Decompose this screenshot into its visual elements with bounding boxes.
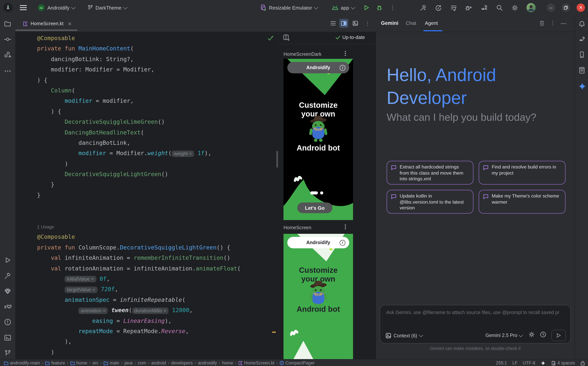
code-line[interactable]: DecorativeSquiggleLimeGreen()	[37, 117, 241, 127]
tab-close-icon[interactable]: ✕	[68, 21, 72, 27]
code-line[interactable]: )	[37, 347, 241, 358]
user-avatar[interactable]	[527, 0, 536, 15]
gemini-prompt-input[interactable]	[386, 309, 567, 316]
breadcrumb-item[interactable]: HomeScreen.kt	[238, 361, 275, 365]
logcat-icon[interactable]	[4, 303, 11, 311]
device-selector[interactable]: Resizable Emulator	[260, 0, 317, 15]
tab-chat[interactable]: Chat	[406, 20, 416, 26]
gradle-sync-icon[interactable]	[480, 0, 488, 15]
breadcrumb-item[interactable]: main	[104, 361, 119, 365]
panel-options-icon[interactable]: ⋮	[550, 20, 556, 27]
code-line[interactable]: private fun MainHomeContent(	[37, 44, 241, 54]
minimize-button[interactable]: –	[547, 3, 555, 12]
breadcrumb-item[interactable]: home	[222, 361, 233, 365]
build-button[interactable]	[420, 0, 427, 15]
code-line[interactable]: @Composable	[37, 232, 241, 243]
device-manager-icon[interactable]	[578, 51, 586, 58]
gemini-icon[interactable]	[578, 82, 586, 90]
suggestion-card-3[interactable]: Update kotlin in @libs.version.toml to t…	[387, 190, 473, 214]
code-line[interactable]: modifier: Modifier = Modifier,	[37, 65, 241, 75]
code-line[interactable]: modifier = Modifier.weight(weight = 1f),	[37, 148, 241, 159]
history-icon[interactable]	[540, 331, 547, 338]
notifications-icon[interactable]	[578, 20, 586, 28]
build-tool-icon[interactable]	[4, 272, 11, 280]
code-editor[interactable]: @Composableprivate fun MainHomeContent( …	[15, 32, 279, 359]
breadcrumb-item[interactable]: src	[92, 361, 98, 365]
code-line[interactable]: repeatMode = RepeatMode.Reverse,	[37, 326, 241, 337]
terminal-icon[interactable]	[4, 334, 11, 342]
running-devices-icon[interactable]	[578, 67, 586, 74]
project-tool-icon[interactable]	[4, 20, 11, 28]
code-line[interactable]: @Composable	[37, 33, 241, 44]
inspections-ok-icon[interactable]	[267, 36, 274, 41]
gemini-settings-icon[interactable]	[528, 331, 535, 338]
preview-homescreen[interactable]: Androidify i Customizeyour own An	[283, 234, 353, 359]
gradle-icon[interactable]	[578, 36, 586, 43]
code-line[interactable]: }	[37, 180, 241, 190]
code-line[interactable]: )	[37, 159, 241, 169]
code-line[interactable]: ),	[37, 337, 241, 347]
suggestion-card-2[interactable]: Find and resolve build errors in my proj…	[479, 161, 565, 184]
preview-menu-light[interactable]: •••	[343, 224, 348, 230]
editor-scrollbar[interactable]	[276, 151, 278, 168]
code-view-button[interactable]	[328, 19, 338, 28]
line-ending[interactable]: LF	[512, 361, 518, 365]
search-everywhere-icon[interactable]	[496, 0, 503, 15]
editor-options-button[interactable]: ⋮	[363, 19, 372, 28]
code-line[interactable]	[37, 211, 241, 221]
delete-conversation-icon[interactable]	[539, 20, 546, 27]
model-selector[interactable]: Gemini 2.5 Pro	[485, 333, 522, 338]
readonly-toggle-icon[interactable]	[580, 360, 585, 366]
context-selector[interactable]: Context (6)	[386, 333, 423, 338]
breadcrumb-item[interactable]: CompactPager	[280, 361, 315, 365]
breadcrumb-item[interactable]: feature	[45, 361, 65, 365]
code-line[interactable]: val rotationAnimation = infiniteAnimatio…	[37, 263, 241, 274]
code-line[interactable]: }	[37, 190, 241, 201]
build-variants-button[interactable]	[450, 0, 457, 15]
close-button[interactable]: ✕	[577, 3, 585, 12]
commit-tool-icon[interactable]	[4, 36, 11, 43]
settings-icon[interactable]	[511, 0, 519, 15]
split-view-button[interactable]	[339, 19, 348, 28]
run-button[interactable]	[363, 0, 370, 15]
tab-agent[interactable]: Agent	[425, 20, 438, 26]
breadcrumb-item[interactable]: home	[70, 361, 87, 365]
code-line[interactable]: dancingBotLink,	[37, 138, 241, 148]
code-line[interactable]: DecorativeSquiggleLightGreen()	[37, 169, 241, 180]
problems-icon[interactable]	[4, 318, 11, 326]
preview-menu-dark[interactable]: •••	[343, 51, 348, 57]
breadcrumb-item[interactable]: java	[125, 361, 133, 365]
breadcrumb-item[interactable]: androidify	[198, 361, 217, 365]
tab-scrollbar[interactable]	[15, 30, 77, 31]
file-encoding[interactable]: UTF-8	[523, 361, 535, 365]
suggestion-card-1[interactable]: Extract all hardcoded strings from this …	[387, 161, 473, 184]
code-line[interactable]: ) {	[37, 107, 241, 117]
toolbar-more-button[interactable]: ⋮	[390, 0, 396, 15]
code-line[interactable]: 1 Usage	[37, 221, 241, 232]
code-line[interactable]: val infiniteAnimation = rememberInfinite…	[37, 253, 241, 263]
suggestion-card-4[interactable]: Make my Theme's color scheme warmer	[479, 190, 565, 214]
lets-go-button[interactable]: Let's Go	[297, 202, 332, 213]
gemini-status-icon[interactable]	[541, 360, 546, 366]
code-line[interactable]: animation = tween(durationMillis = 12000…	[37, 305, 241, 316]
code-line[interactable]: dancingBotLink: String?,	[37, 54, 241, 65]
tab-homescreen-kt[interactable]: HomeScreen.kt ✕	[19, 18, 76, 30]
code-line[interactable]: Column(	[37, 86, 241, 96]
vcs-branch-selector[interactable]: DarkTheme	[87, 0, 127, 15]
breadcrumb-item[interactable]: com	[138, 361, 146, 365]
preview-layout-icon[interactable]	[283, 34, 290, 41]
sync-button[interactable]: A	[435, 0, 442, 15]
breadcrumb-item[interactable]: androidify-main	[4, 361, 40, 365]
gemini-input-box[interactable]: Context (6) Gemini 2.5 Pro	[380, 305, 571, 343]
code-line[interactable]: easing = LinearEasing),	[37, 316, 241, 326]
info-icon[interactable]: i	[340, 65, 345, 71]
code-line[interactable]: targetValue = 720f,	[37, 284, 241, 295]
hide-panel-icon[interactable]: —	[560, 20, 567, 27]
code-line[interactable]: modifier = modifier,	[37, 96, 241, 107]
run-tool-icon[interactable]	[4, 256, 11, 264]
code-line[interactable]: initialValue = 0f,	[37, 274, 241, 284]
main-menu-button[interactable]	[20, 0, 27, 15]
breadcrumb[interactable]: androidify-main›feature›home›src›main›ja…	[4, 359, 315, 366]
debug-button[interactable]	[376, 0, 383, 15]
design-view-button[interactable]	[351, 19, 360, 28]
